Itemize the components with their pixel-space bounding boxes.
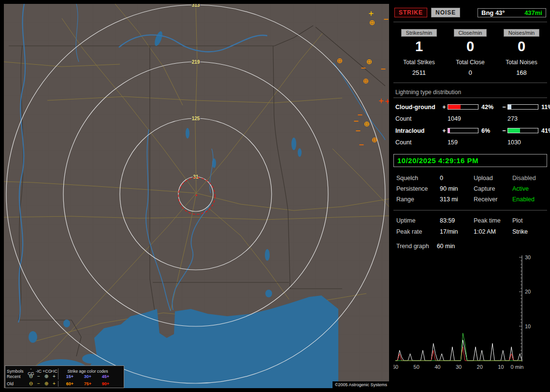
intracloud-count-row: Count 159 1030 [393, 137, 547, 148]
neg-cg-recent-icon: ⊖ [27, 374, 35, 379]
bearing-readout: Bng 43° 437mi [478, 8, 546, 17]
legend-old-row: Old ⊖ − ⊕ + 60+ 75+ 90+ [7, 380, 122, 387]
minus-sign: − [501, 127, 507, 134]
minus-sign: − [501, 104, 507, 111]
close-per-min-button[interactable]: Close/min [454, 29, 487, 37]
lightning-map[interactable]: 31125219313 [4, 4, 389, 388]
cg-negative-pct: 11% [538, 104, 550, 111]
ic-negative-bar [507, 128, 538, 133]
divider [393, 83, 547, 83]
squelch-label: Squelch [396, 175, 440, 182]
plot-mode-value: Strike [512, 228, 544, 235]
trend-graph-header: Trend graph 60 min [393, 242, 547, 251]
trend-x-tick-label: 20 [477, 364, 483, 370]
range-label: Range [396, 196, 440, 203]
ic-positive-bar [448, 128, 478, 133]
count-label: Count [395, 139, 441, 146]
uptime-label: Uptime [396, 217, 440, 224]
upload-value: Disabled [512, 175, 544, 182]
neg-ic-recent-icon: − [35, 374, 43, 379]
total-noises-label: Total Noises [506, 59, 537, 66]
intracloud-label: Intracloud [395, 127, 441, 134]
trend-y-tick-label: 10 [525, 323, 531, 329]
age-15-label: 15+ [61, 374, 79, 379]
trend-x-tick-label: 40 [434, 364, 440, 370]
pos-cg-old-icon: ⊕ [43, 381, 50, 386]
datetime-display: 10/20/2025 4:29:16 PM [393, 154, 547, 167]
plus-sign: + [441, 104, 448, 111]
receiver-label: Receiver [474, 196, 512, 203]
lightning-distribution: Lightning type distribution Cloud-ground… [393, 88, 547, 148]
close-column: Close/min 0 Total Close 0 [445, 29, 496, 76]
intracloud-row: Intracloud + 6% − 41% [393, 125, 547, 137]
cg-negative-count: 273 [507, 115, 538, 122]
noises-column: Noises/min 0 Total Noises 168 [496, 29, 547, 76]
neg-ic-old-icon: − [35, 381, 43, 386]
capture-value: Active [512, 185, 544, 192]
trend-series-intracloud [395, 333, 522, 361]
pos-cg-recent-icon: ⊕ [43, 374, 50, 379]
receiver-status-grid: Squelch 0 Upload Disabled Persistence 90… [393, 172, 547, 204]
trend-graph: 1020306050403020100 min [393, 252, 547, 372]
distribution-title: Lightning type distribution [393, 88, 547, 98]
peak-rate-label: Peak rate [396, 228, 440, 235]
persistence-value: 90 min [440, 185, 474, 192]
bearing-value: Bng 43° [481, 9, 505, 16]
cg-positive-bar-fill [448, 105, 461, 109]
mode-toggle-row: STRIKE NOISE Bng 43° 437mi [393, 4, 547, 22]
trend-window-value: 60 min [437, 243, 455, 250]
cloud-ground-count-row: Count 1049 273 [393, 113, 547, 125]
trend-x-tick-label: 60 [393, 364, 398, 370]
age-45-label: 45+ [97, 374, 115, 379]
strikes-per-min-button[interactable]: Strikes/min [401, 29, 437, 37]
squelch-value: 0 [440, 175, 474, 182]
cg-positive-bar [448, 104, 478, 110]
strike-cplus-icon [367, 60, 371, 64]
uptime-value: 83:59 [440, 217, 474, 224]
trend-graph-label: Trend graph [396, 243, 429, 250]
plot-label: Plot [512, 217, 544, 224]
plus-sign: + [441, 127, 448, 134]
copyright-notice: ©2005 Astrogenic Systems [333, 381, 390, 389]
age-30-label: 30+ [79, 374, 97, 379]
peak-rate-value: 17/min [440, 228, 474, 235]
range-ring-label: 125 [192, 116, 200, 121]
peak-time-value: 1:02 AM [474, 228, 512, 235]
strike-mode-button[interactable]: STRIKE [394, 8, 427, 17]
total-strikes-label: Total Strikes [403, 59, 434, 66]
strikes-column: Strikes/min 1 Total Strikes 2511 [393, 29, 445, 76]
receiver-location-marker [196, 195, 197, 196]
age-90-label: 90+ [97, 381, 115, 386]
count-label: Count [395, 115, 441, 122]
bearing-distance: 437mi [524, 9, 542, 16]
pos-ic-recent-icon: + [50, 374, 58, 379]
pos-ic-old-icon: + [50, 381, 58, 386]
status-panel: STRIKE NOISE Bng 43° 437mi Strikes/min 1… [392, 4, 548, 388]
strike-cplus-icon [370, 21, 374, 25]
ic-positive-bar-fill [448, 128, 450, 133]
total-close-label: Total Close [456, 59, 484, 66]
peak-time-label: Peak time [474, 217, 512, 224]
neg-cg-old-icon: ⊖ [27, 381, 35, 386]
rate-columns: Strikes/min 1 Total Strikes 2511 Close/m… [393, 29, 547, 76]
noise-mode-button[interactable]: NOISE [431, 8, 460, 17]
strike-cplus-icon [365, 122, 369, 126]
map-area: 31125219313 [4, 4, 389, 388]
ic-negative-bar-fill [508, 128, 520, 133]
trend-series-strikes [395, 340, 522, 361]
trend-x-tick-label: 50 [414, 364, 420, 370]
strike-cplus-icon [373, 138, 376, 142]
range-ring-label: 219 [192, 59, 200, 65]
ic-positive-pct: 6% [478, 127, 501, 134]
range-ring-label: 31 [193, 174, 199, 180]
receiver-value: Enabled [512, 196, 544, 203]
trend-y-tick-label: 30 [525, 254, 531, 260]
total-noises-value: 168 [516, 69, 527, 76]
noises-per-min-value: 0 [518, 38, 525, 55]
ic-positive-count: 159 [448, 139, 478, 146]
noises-per-min-button[interactable]: Noises/min [504, 29, 539, 37]
cloud-ground-row: Cloud-ground + 42% − 11% [393, 101, 547, 113]
strikes-per-min-value: 1 [415, 38, 423, 55]
range-ring-label: 313 [192, 4, 200, 8]
total-strikes-value: 2511 [412, 69, 426, 76]
